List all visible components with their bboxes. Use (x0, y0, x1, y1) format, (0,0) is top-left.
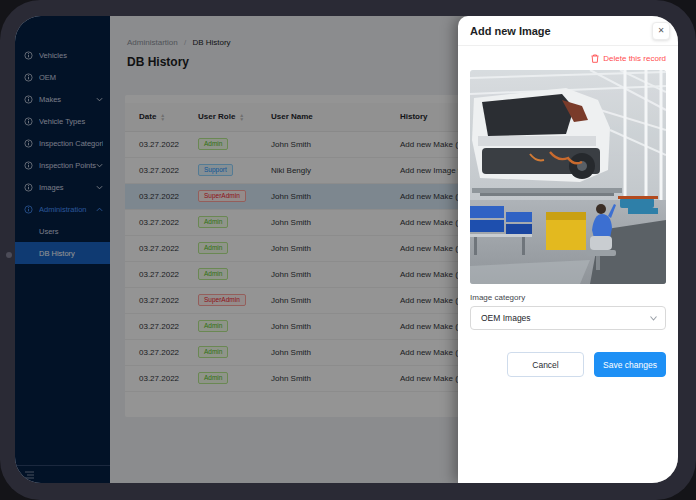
car-assembly-line-photo (470, 70, 666, 284)
app-screen: VehiclesOEMMakesVehicle TypesInspection … (15, 16, 678, 483)
drawer-footer: Cancel Save changes (470, 352, 666, 377)
add-image-drawer: Add new Image ✕ Delete this record (458, 16, 678, 483)
camera-dot (6, 252, 12, 258)
trash-icon (591, 54, 599, 63)
drawer-header: Add new Image ✕ (458, 16, 678, 46)
image-category-select[interactable]: OEM Images (470, 306, 666, 330)
delete-record-button[interactable]: Delete this record (470, 54, 666, 63)
tablet-mockup: VehiclesOEMMakesVehicle TypesInspection … (0, 0, 696, 500)
chevron-down-icon (650, 316, 657, 321)
delete-record-label: Delete this record (603, 54, 666, 63)
image-category-label: Image category (470, 293, 666, 302)
save-changes-button[interactable]: Save changes (594, 352, 666, 377)
close-icon[interactable]: ✕ (652, 22, 670, 40)
drawer-body: Delete this record (458, 46, 678, 377)
image-category-value: OEM Images (481, 313, 650, 323)
drawer-title: Add new Image (470, 25, 652, 37)
cancel-button[interactable]: Cancel (507, 352, 584, 377)
tablet-bezel: VehiclesOEMMakesVehicle TypesInspection … (0, 0, 696, 500)
